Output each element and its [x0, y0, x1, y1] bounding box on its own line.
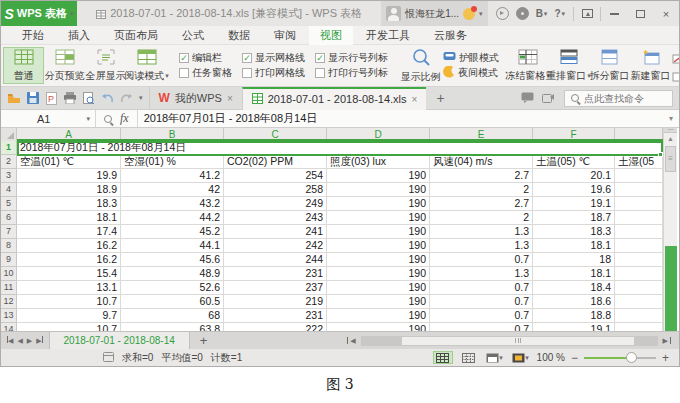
data-cell[interactable]: 1.3: [430, 239, 533, 253]
menu-tab-视图[interactable]: 视图: [309, 26, 353, 45]
data-cell[interactable]: 258: [224, 183, 327, 197]
data-cell[interactable]: 19.6: [533, 183, 615, 197]
data-cell[interactable]: 222: [224, 323, 327, 331]
insert-function-button[interactable]: fx: [120, 111, 129, 126]
prev-sheet-icon[interactable]: ◀: [17, 337, 22, 345]
row-header-3[interactable]: 3: [1, 169, 17, 183]
data-cell[interactable]: 244: [224, 253, 327, 267]
data-cell[interactable]: 9.7: [17, 309, 121, 323]
vertical-scroll-thumb[interactable]: [665, 146, 676, 172]
data-cell-empty[interactable]: [615, 225, 663, 239]
data-cell[interactable]: 190: [327, 267, 430, 281]
data-cell[interactable]: 190: [327, 323, 430, 331]
row-header-7[interactable]: 7: [1, 225, 17, 239]
data-cell[interactable]: 43.2: [121, 197, 224, 211]
data-cell[interactable]: 68: [121, 309, 224, 323]
vertical-scrollbar[interactable]: — ▲: [663, 128, 677, 331]
data-cell[interactable]: 10.7: [17, 295, 121, 309]
formula-search-icon[interactable]: [104, 115, 112, 123]
data-cell[interactable]: 190: [327, 169, 430, 183]
data-cell[interactable]: 19.1: [533, 197, 615, 211]
data-cell-empty[interactable]: [615, 239, 663, 253]
data-cell[interactable]: 0.7: [430, 295, 533, 309]
data-cell[interactable]: 13.1: [17, 281, 121, 295]
data-cell[interactable]: 0.7: [430, 323, 533, 331]
name-box[interactable]: A1 ▾: [1, 110, 96, 127]
header-cell[interactable]: 空温(01) ℃: [17, 155, 121, 169]
window-button-冻结窗格[interactable]: 冻结窗格▾: [507, 47, 548, 84]
data-cell[interactable]: 241: [224, 225, 327, 239]
data-cell[interactable]: 190: [327, 183, 430, 197]
menu-tab-公式[interactable]: 公式: [171, 26, 215, 45]
data-cell[interactable]: 18.7: [533, 211, 615, 225]
data-cell[interactable]: 16.2: [17, 253, 121, 267]
row-header-1[interactable]: 1: [1, 141, 17, 155]
data-cell-empty[interactable]: [615, 281, 663, 295]
page-layout-view-button[interactable]: ▾: [485, 351, 505, 364]
data-cell[interactable]: 60.5: [121, 295, 224, 309]
help-menu-button[interactable]: ?▾: [554, 8, 565, 19]
command-search-box[interactable]: [564, 90, 673, 107]
data-cell[interactable]: 0.7: [430, 309, 533, 323]
data-cell[interactable]: 63.8: [121, 323, 224, 331]
share-icon[interactable]: [542, 89, 556, 107]
toggle-显示行号列标[interactable]: ✓显示行号列标: [311, 51, 392, 65]
menu-tab-页面布局[interactable]: 页面布局: [103, 26, 169, 45]
pagebreak-view-button[interactable]: [459, 351, 479, 364]
header-cell[interactable]: 土温(05) ℃: [533, 155, 615, 169]
data-cell[interactable]: 0.7: [430, 253, 533, 267]
select-all-corner[interactable]: [1, 128, 17, 141]
close-button[interactable]: ×: [653, 1, 679, 26]
formula-content[interactable]: 2018年07月01日 - 2018年08月14日: [138, 111, 663, 126]
collapse-ribbon-button[interactable]: [574, 1, 600, 26]
comment-icon[interactable]: [521, 89, 534, 107]
data-cell[interactable]: 2: [430, 183, 533, 197]
skin-menu-button[interactable]: B▾: [536, 8, 548, 19]
header-cell[interactable]: 风速(04) m/s: [430, 155, 533, 169]
close-tab-icon[interactable]: ×: [412, 94, 418, 105]
data-cell[interactable]: 18.9: [17, 183, 121, 197]
tab-my-wps[interactable]: W 我的WPS ×: [149, 87, 242, 110]
vertical-scroll-green-thumb[interactable]: [665, 246, 677, 331]
view-mode-全屏显示[interactable]: 全屏显示: [85, 47, 126, 84]
header-cell[interactable]: 照度(03) lux: [327, 155, 430, 169]
row-header-2[interactable]: 2: [1, 155, 17, 169]
cell-A1-merged-title[interactable]: 2018年07月01日 - 2018年08月14日: [17, 141, 663, 155]
menu-tab-数据[interactable]: 数据: [217, 26, 261, 45]
export-pdf-icon[interactable]: P: [46, 92, 57, 105]
new-tab-button[interactable]: +: [426, 90, 454, 106]
data-cell-empty[interactable]: [615, 309, 663, 323]
data-cell[interactable]: 19.1: [533, 323, 615, 331]
view-mode-阅读模式[interactable]: 阅读模式▾: [126, 47, 167, 84]
data-cell[interactable]: 190: [327, 225, 430, 239]
data-cell-empty[interactable]: [615, 323, 663, 331]
wps-logo-button[interactable]: S WPS 表格 ▾: [1, 1, 77, 26]
data-cell[interactable]: 0.7: [430, 281, 533, 295]
data-cell[interactable]: 48.9: [121, 267, 224, 281]
settings-gear-icon[interactable]: [516, 7, 529, 20]
header-cell[interactable]: 土湿(05: [615, 155, 663, 169]
scroll-left-icon[interactable]: ◀: [350, 337, 355, 345]
data-cell[interactable]: 243: [224, 211, 327, 225]
zoom-slider-handle[interactable]: [626, 352, 637, 363]
data-cell[interactable]: 237: [224, 281, 327, 295]
normal-view-button[interactable]: [433, 351, 453, 364]
row-header-11[interactable]: 11: [1, 281, 17, 295]
data-cell[interactable]: 20.1: [533, 169, 615, 183]
toggle-打印行号列标[interactable]: 打印行号列标: [311, 66, 392, 80]
redo-icon[interactable]: [120, 93, 133, 104]
next-sheet-icon[interactable]: ▶: [27, 337, 32, 345]
scroll-right-icon[interactable]: ▶: [663, 337, 668, 345]
view-mode-普通[interactable]: 普通: [3, 47, 44, 84]
undo-icon[interactable]: [101, 93, 114, 104]
header-cell[interactable]: 空湿(01) %: [121, 155, 224, 169]
toggle-任务窗格[interactable]: 任务窗格: [175, 66, 236, 80]
data-cell[interactable]: 18.4: [533, 281, 615, 295]
data-cell-empty[interactable]: [615, 183, 663, 197]
view-mode-分页预览[interactable]: 分页预览: [44, 47, 85, 84]
data-cell[interactable]: 190: [327, 295, 430, 309]
sheet-tab-active[interactable]: 2018-07-01 - 2018-08-14: [49, 332, 190, 350]
data-cell[interactable]: 18.1: [533, 239, 615, 253]
data-cell[interactable]: 242: [224, 239, 327, 253]
data-cell[interactable]: 17.4: [17, 225, 121, 239]
